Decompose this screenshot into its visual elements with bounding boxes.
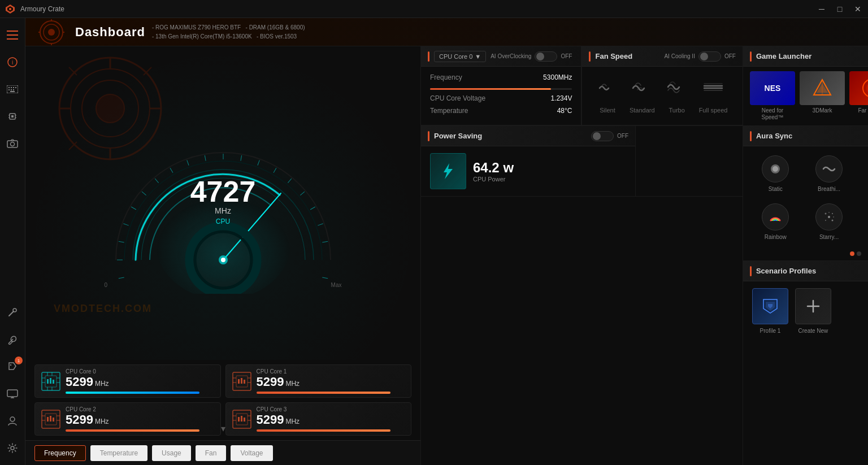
fan-mode-silent[interactable]: Silent xyxy=(597,78,618,114)
aura-item-music[interactable]: Music xyxy=(857,199,868,245)
rog-icon xyxy=(34,18,68,46)
right-panels: CPU Core 0 ▼ AI OverClocking OFF xyxy=(421,46,743,465)
core-name-0: CPU Core 0 xyxy=(66,368,215,375)
aura-item-starry[interactable]: Starry... xyxy=(804,199,855,245)
sidebar-item-monitor[interactable] xyxy=(0,381,25,406)
app-icon xyxy=(5,3,16,15)
window-controls: ─ □ ✕ xyxy=(816,3,863,15)
svg-line-87 xyxy=(257,160,259,165)
tag-badge: 1 xyxy=(15,357,23,364)
cpu-toggle: AI OverClocking OFF xyxy=(491,51,572,62)
dashboard-main: Dashboard - ROG MAXIMUS Z790 HERO BTF - … xyxy=(25,18,868,465)
svg-rect-11 xyxy=(13,87,14,88)
aura-item-strobing[interactable]: Strobing xyxy=(857,151,868,197)
aura-dot-1[interactable] xyxy=(857,251,861,256)
svg-line-59 xyxy=(322,277,328,278)
fan-mode-standard[interactable]: Standard xyxy=(630,78,655,114)
aura-dots xyxy=(743,249,868,260)
tab-usage[interactable]: Usage xyxy=(152,445,191,461)
svg-rect-12 xyxy=(15,87,16,88)
tab-temperature[interactable]: Temperature xyxy=(90,445,147,461)
profile-item-1[interactable]: Profile 1 xyxy=(752,288,788,334)
tab-frequency[interactable]: Frequency xyxy=(34,445,86,461)
fan-modes: Silent Standard xyxy=(582,67,742,125)
metric-temperature: Temperature 48°C xyxy=(430,107,572,115)
aura-sync: Aura Sync ◀ Static xyxy=(743,126,868,261)
core-freq-1: 5299 xyxy=(257,375,284,389)
cpu-core-dropdown[interactable]: CPU Core 0 ▼ xyxy=(434,51,486,62)
power-desc: CPU Power xyxy=(473,176,514,182)
core-freq-3: 5299 xyxy=(257,412,284,427)
aura-effects-grid: Static Breathi... xyxy=(743,146,868,249)
aura-icon-static xyxy=(762,155,789,182)
gauge-label: CPU xyxy=(190,217,256,225)
header-title: Dashboard xyxy=(75,25,145,40)
aura-label-static: Static xyxy=(769,186,783,192)
sidebar-item-camera[interactable] xyxy=(0,131,25,156)
core-card-1: CPU Core 1 5299 MHz xyxy=(225,364,412,398)
sidebar-item-wrench[interactable] xyxy=(0,327,25,352)
aura-item-breathing[interactable]: Breathi... xyxy=(804,151,855,197)
profile-item-new[interactable]: Create New xyxy=(795,288,831,334)
tab-voltage[interactable]: Voltage xyxy=(231,445,272,461)
tab-fan[interactable]: Fan xyxy=(196,445,227,461)
core-icon-2 xyxy=(41,409,61,429)
aura-item-rainbow[interactable]: Rainbow xyxy=(750,199,801,245)
scenario-grid: Profile 1 Create New xyxy=(743,281,868,341)
sidebar-item-tag[interactable]: 1 xyxy=(0,354,25,379)
svg-line-92 xyxy=(318,223,323,225)
svg-rect-120 xyxy=(241,378,242,384)
game-item-farcry[interactable]: FC Far Cry® 6 xyxy=(849,71,868,121)
aura-icon-breathing xyxy=(815,155,843,182)
svg-rect-111 xyxy=(50,378,51,384)
aura-label-rainbow: Rainbow xyxy=(765,234,787,240)
svg-rect-13 xyxy=(8,89,10,90)
fan-mode-fullspeed[interactable]: Full speed xyxy=(699,78,728,114)
scroll-down-indicator[interactable]: ▾ xyxy=(221,423,225,434)
scenario-profiles-accent xyxy=(750,266,752,276)
left-panel: VMODTECH.COM xyxy=(25,46,421,465)
svg-point-31 xyxy=(10,417,15,421)
maximize-button[interactable]: □ xyxy=(834,3,845,15)
svg-point-2 xyxy=(9,8,11,10)
sidebar-item-user[interactable] xyxy=(0,408,25,433)
core-icon-3 xyxy=(232,409,252,429)
svg-line-88 xyxy=(274,168,276,173)
cpu-metrics: Frequency 5300MHz CPU Core Voltage 1.234… xyxy=(421,67,581,121)
svg-point-26 xyxy=(13,308,16,312)
metric-voltage: CPU Core Voltage 1.234V xyxy=(430,94,572,102)
sidebar-item-settings[interactable] xyxy=(0,436,25,460)
aura-label-starry: Starry... xyxy=(819,234,839,240)
close-button[interactable]: ✕ xyxy=(852,3,863,15)
power-panel-header: Power Saving OFF xyxy=(421,126,635,146)
sidebar-item-hardware[interactable] xyxy=(0,104,25,129)
svg-point-164 xyxy=(833,216,834,218)
aura-dot-0[interactable] xyxy=(850,251,854,256)
cpu-panel: CPU Core 0 ▼ AI OverClocking OFF xyxy=(421,46,581,125)
power-saving-toggle[interactable] xyxy=(591,131,614,141)
aura-item-static[interactable]: Static xyxy=(750,151,801,197)
sidebar-item-keyboard[interactable] xyxy=(0,77,25,102)
frequency-bar xyxy=(430,88,551,90)
svg-rect-121 xyxy=(244,380,245,384)
sidebar-item-tools[interactable] xyxy=(0,300,25,325)
game-item-nes[interactable]: NES Need for Speed™ xyxy=(750,71,795,121)
toggle-knob xyxy=(536,53,544,60)
sidebar-item-menu[interactable] xyxy=(0,23,25,47)
svg-point-97 xyxy=(221,258,225,262)
power-panel: Power Saving OFF xyxy=(421,126,636,196)
power-panel-accent xyxy=(428,131,429,141)
svg-rect-16 xyxy=(10,91,15,92)
svg-line-78 xyxy=(123,223,128,225)
game-item-3dmark[interactable]: 3DMark xyxy=(800,71,845,121)
minimize-button[interactable]: ─ xyxy=(816,3,827,15)
sidebar-item-info[interactable]: i xyxy=(0,50,25,75)
gauge-area: VMODTECH.COM xyxy=(25,46,420,360)
profile-icon-new xyxy=(795,288,831,324)
svg-rect-9 xyxy=(8,87,10,88)
game-label-farcry: Far Cry® 6 xyxy=(858,107,868,114)
ai-cooling-toggle[interactable] xyxy=(698,51,721,62)
fan-mode-turbo[interactable]: Turbo xyxy=(667,78,687,114)
right-side: Game Launcher ◀ NES Need for Speed™ xyxy=(743,46,868,465)
ai-overclock-toggle[interactable] xyxy=(535,51,557,62)
